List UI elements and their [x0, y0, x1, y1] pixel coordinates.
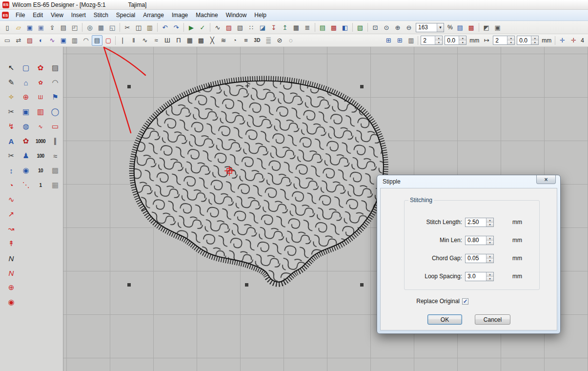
morphing-icon[interactable]: ∿	[47, 35, 58, 46]
spinner[interactable]: ▴▾	[459, 36, 466, 44]
reshape-tool[interactable]: ▢	[20, 62, 32, 74]
freehand-tool[interactable]: ≈	[49, 149, 61, 162]
ruler-icon[interactable]: ↦	[481, 35, 492, 46]
cancel-button[interactable]: Cancel	[475, 314, 510, 325]
guides-icon[interactable]: ▥	[406, 35, 416, 46]
column-tool[interactable]: ▥	[34, 105, 47, 118]
applique-icon[interactable]: ◪	[257, 22, 268, 33]
tatami-icon[interactable]: ▦	[184, 35, 195, 46]
preset-1[interactable]: 1	[34, 179, 47, 191]
print-preview-icon[interactable]: ◰	[69, 22, 80, 33]
hoop-center-tool[interactable]: ◉	[20, 164, 32, 177]
satin-icon[interactable]: Ш	[162, 35, 173, 46]
pull-comp-icon[interactable]: ⇄	[13, 35, 24, 46]
grid-icon[interactable]: ▦	[96, 22, 106, 33]
menu-item[interactable]: Special	[112, 10, 139, 20]
satin-stitch-icon[interactable]: ▨	[223, 22, 234, 33]
rectangle-tool[interactable]: ▭	[49, 120, 61, 133]
contour-icon[interactable]: ≋	[218, 35, 229, 46]
replace-original-checkbox[interactable]: ✓	[462, 298, 468, 305]
spinner[interactable]: ▴▾	[486, 254, 493, 263]
selection-handle[interactable]	[245, 283, 248, 287]
zigzag-column-tool[interactable]: Ш	[34, 91, 47, 103]
menu-item[interactable]: File	[12, 10, 29, 20]
menu-item[interactable]: Insert	[67, 10, 90, 20]
guide-size-input[interactable]	[517, 36, 531, 44]
spinner[interactable]: ▴▾	[486, 272, 493, 281]
color-blend-icon[interactable]: ◐	[36, 35, 46, 46]
ok-button[interactable]: OK	[427, 314, 462, 325]
sculpture-run-icon[interactable]: ∿	[140, 35, 150, 46]
arc-tool[interactable]: ◠	[49, 76, 61, 89]
selection-handle[interactable]	[360, 85, 364, 88]
scissors-tool[interactable]: ✂	[5, 149, 18, 162]
zoom-out-icon[interactable]: ⊖	[404, 22, 414, 33]
effects-icon[interactable]: ◩	[481, 22, 492, 33]
globe-fill-tool[interactable]: ◍	[20, 120, 32, 133]
needle-in-icon[interactable]: ↧	[268, 22, 279, 33]
cut-icon[interactable]: ✂	[122, 22, 133, 33]
menu-item[interactable]: Arrange	[139, 10, 168, 20]
texture-b-tool[interactable]: ▦	[49, 179, 61, 191]
triple-run-icon[interactable]: ‖	[128, 35, 139, 46]
stitch-grid-icon[interactable]: ▦	[291, 22, 302, 33]
selection-handle[interactable]	[127, 85, 131, 88]
snap-grid-icon[interactable]: ⊞	[394, 35, 405, 46]
target-circle-tool[interactable]: ⊕	[5, 281, 18, 294]
separator[interactable]	[182, 22, 185, 33]
dots-tool[interactable]: ⋱	[20, 179, 32, 191]
motif-run-icon[interactable]: ≈	[151, 35, 162, 46]
spiral-ring-tool[interactable]: ◉	[5, 296, 18, 309]
cross-stitch-icon[interactable]: ╳	[207, 35, 218, 46]
selection-handle[interactable]	[127, 283, 131, 287]
brain-stipple-object[interactable]	[134, 81, 384, 282]
grid-size-input[interactable]	[445, 36, 459, 44]
separator[interactable]	[156, 22, 159, 33]
stipple-outline-icon[interactable]: ▢	[103, 35, 114, 46]
separator[interactable]	[208, 22, 212, 33]
spinner[interactable]: ▴▾	[435, 36, 442, 44]
separator[interactable]	[366, 22, 369, 33]
select-tool[interactable]: ↖	[5, 62, 18, 74]
dialog-title-bar[interactable]: Stipple	[377, 175, 560, 188]
lettering-tool[interactable]: A	[5, 135, 18, 147]
penetration-tool[interactable]: ⊕	[20, 91, 32, 103]
flower-fill-tool[interactable]: ✿	[34, 62, 47, 74]
fusion-fill-icon[interactable]: ▨	[24, 35, 35, 46]
small-flower-tool[interactable]: ✿	[34, 76, 47, 89]
selection-handle[interactable]	[360, 283, 364, 287]
field-input[interactable]	[466, 218, 486, 227]
program-split-icon[interactable]: ▩	[196, 35, 206, 46]
fan-tool[interactable]: ◔	[5, 179, 18, 191]
menu-item[interactable]: Image	[168, 10, 192, 20]
copy-icon[interactable]: ◫	[133, 22, 144, 33]
monogram-tool[interactable]: ⚑	[49, 91, 61, 103]
columns-pair-tool[interactable]: ∥	[49, 135, 61, 147]
shape-tool[interactable]: ⌂	[20, 76, 32, 89]
remove-overlap-icon[interactable]: ⊘	[274, 35, 285, 46]
color-objects-icon[interactable]: ▩	[328, 22, 339, 33]
menu-item[interactable]: Window	[222, 10, 251, 20]
guide-spacing-input[interactable]	[493, 36, 507, 44]
preset-10[interactable]: 10	[34, 164, 47, 177]
direction-arrow-tool[interactable]: ↗	[5, 208, 18, 221]
color-film-icon[interactable]: ▤	[317, 22, 328, 33]
outline-only-icon[interactable]: ◌	[285, 35, 296, 46]
texture-a-tool[interactable]: ▩	[49, 164, 61, 177]
double-arrow-tool[interactable]: ↟	[5, 237, 18, 250]
single-run-icon[interactable]: ∣	[117, 35, 128, 46]
paste-icon[interactable]: ▥	[144, 22, 155, 33]
thread-colors-icon[interactable]: ▩	[466, 22, 477, 33]
wand-tool[interactable]: ✧	[5, 91, 18, 103]
move-design-icon[interactable]: ✛	[557, 35, 568, 46]
zoom-in-icon[interactable]: ⊕	[392, 22, 403, 33]
field-input[interactable]	[466, 272, 486, 281]
run-stitch-icon[interactable]: ∿	[212, 22, 223, 33]
design-check-icon[interactable]: ✓	[197, 22, 208, 33]
dialog-close-button[interactable]: ×	[536, 175, 556, 184]
flexi-split-icon[interactable]: ▥	[69, 35, 80, 46]
preset-1000[interactable]: 1000	[34, 135, 47, 147]
menu-item[interactable]: View	[47, 10, 67, 20]
zoom-1to1-icon[interactable]: ⊙	[381, 22, 392, 33]
zigzag-n-tool[interactable]: N	[5, 252, 18, 265]
